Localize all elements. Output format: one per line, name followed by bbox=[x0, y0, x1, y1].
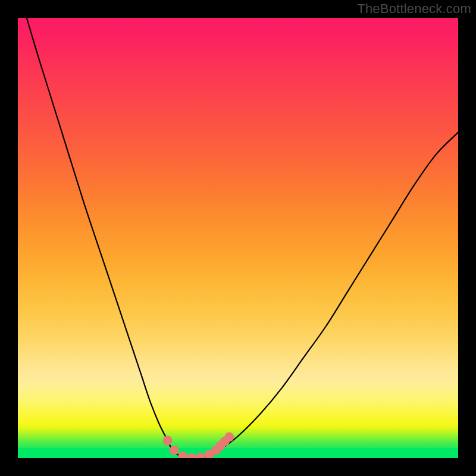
curve-marker bbox=[163, 436, 173, 445]
curve-markers bbox=[163, 432, 234, 458]
watermark-text: TheBottleneck.com bbox=[357, 1, 471, 17]
plot-area bbox=[18, 18, 458, 458]
bottleneck-curve bbox=[27, 18, 458, 458]
curve-marker bbox=[196, 453, 205, 458]
curve-marker bbox=[187, 453, 196, 458]
curve-marker bbox=[170, 446, 179, 455]
curve-marker bbox=[178, 452, 188, 458]
curve-layer bbox=[18, 18, 458, 458]
chart-frame: TheBottleneck.com bbox=[0, 0, 476, 476]
curve-marker bbox=[224, 432, 234, 441]
